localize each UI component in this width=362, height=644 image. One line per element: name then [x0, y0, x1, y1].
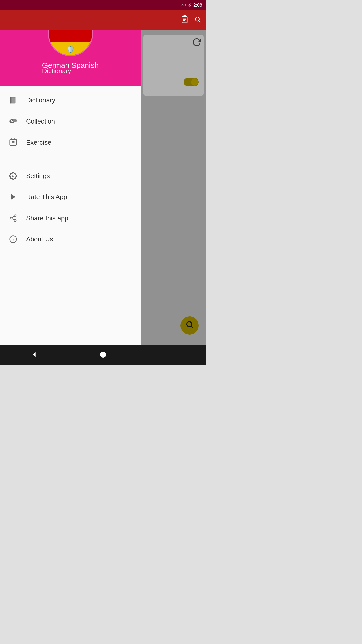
svg-rect-1	[183, 15, 186, 17]
svg-point-15	[12, 121, 13, 122]
dictionary-icon	[8, 95, 18, 105]
status-bar: 4G ⚡ 2:08	[0, 0, 206, 10]
svg-line-27	[12, 219, 14, 220]
svg-rect-20	[11, 139, 12, 140]
about-label: About Us	[26, 235, 53, 243]
svg-point-22	[12, 175, 14, 177]
svg-rect-11	[10, 97, 11, 104]
dictionary-label: Dictionary	[26, 96, 55, 104]
app-bar	[0, 10, 206, 30]
menu-item-share[interactable]: Share this app	[0, 208, 141, 229]
primary-menu-section: Dictionary Collection	[0, 86, 141, 157]
clipboard-icon[interactable]	[181, 15, 188, 25]
svg-marker-23	[11, 194, 16, 200]
bottom-nav-bar	[0, 345, 206, 365]
collection-icon	[8, 116, 18, 126]
rate-icon	[8, 192, 18, 202]
flag-yellow-stripe: 🛡️	[49, 42, 92, 56]
recents-button[interactable]	[164, 347, 179, 362]
menu-item-collection[interactable]: Collection	[0, 111, 141, 132]
menu-item-exercise[interactable]: Exercise	[0, 132, 141, 153]
about-icon	[8, 234, 18, 244]
share-label: Share this app	[26, 214, 68, 222]
svg-point-25	[10, 217, 12, 219]
svg-point-5	[195, 17, 199, 21]
drawer-menu: Dictionary Collection	[0, 86, 141, 365]
back-button[interactable]	[27, 347, 42, 362]
time-display: 2:08	[193, 3, 202, 8]
exercise-label: Exercise	[26, 139, 51, 146]
svg-point-24	[14, 215, 16, 217]
secondary-menu-section: Settings Rate This App	[0, 161, 141, 254]
svg-rect-0	[182, 16, 187, 23]
svg-point-26	[14, 219, 16, 221]
svg-line-28	[12, 216, 14, 218]
flag-emblem: 🛡️	[66, 46, 75, 53]
rate-label: Rate This App	[26, 193, 67, 201]
menu-item-settings[interactable]: Settings	[0, 165, 141, 186]
settings-label: Settings	[26, 172, 50, 180]
settings-icon	[8, 171, 18, 181]
home-circle	[100, 352, 106, 358]
collection-label: Collection	[26, 117, 55, 125]
menu-divider	[0, 159, 141, 159]
share-icon	[8, 213, 18, 223]
svg-marker-32	[33, 352, 36, 357]
home-button[interactable]	[96, 347, 111, 362]
svg-point-14	[11, 120, 12, 122]
navigation-drawer: 🛡️ German Spanish Dictionary Dictionary	[0, 0, 141, 365]
signal-icon: 4G	[181, 3, 186, 7]
search-icon[interactable]	[194, 16, 201, 25]
menu-item-dictionary[interactable]: Dictionary	[0, 90, 141, 111]
svg-line-6	[199, 21, 200, 22]
recents-square	[169, 352, 174, 357]
menu-item-rate[interactable]: Rate This App	[0, 186, 141, 208]
menu-item-about[interactable]: About Us	[0, 229, 141, 250]
exercise-icon	[8, 137, 18, 147]
svg-rect-21	[14, 139, 15, 140]
svg-rect-16	[10, 139, 17, 145]
svg-point-13	[13, 119, 17, 122]
battery-icon: ⚡	[188, 3, 192, 7]
